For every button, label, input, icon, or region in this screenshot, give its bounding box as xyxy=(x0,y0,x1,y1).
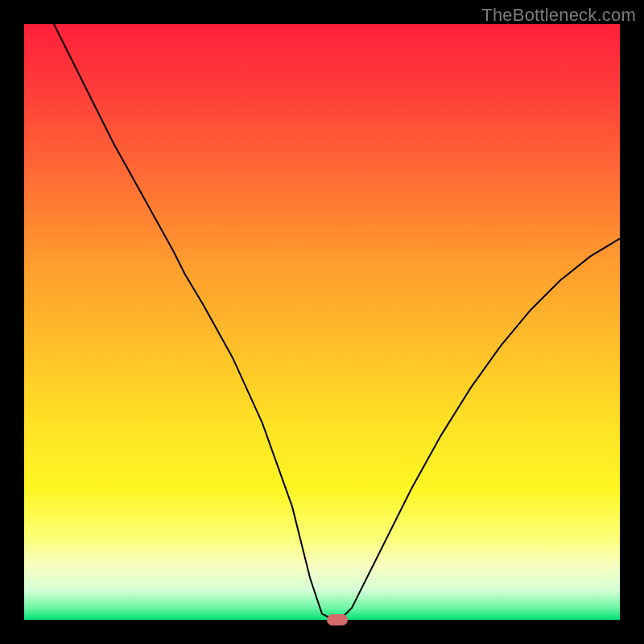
watermark-text: TheBottleneck.com xyxy=(481,5,636,26)
bottleneck-curve xyxy=(54,24,620,620)
optimal-marker xyxy=(327,614,348,625)
chart-frame: TheBottleneck.com xyxy=(0,0,644,644)
curve-layer xyxy=(24,24,620,620)
plot-area xyxy=(24,24,620,620)
